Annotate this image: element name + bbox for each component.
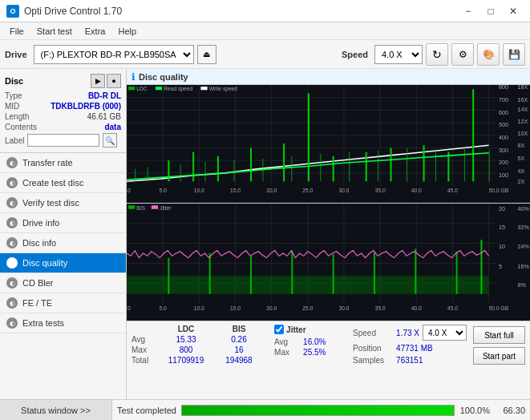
svg-rect-110 xyxy=(415,248,416,293)
svg-text:15: 15 xyxy=(499,223,505,230)
disc-contents-label: Contents xyxy=(5,123,37,131)
svg-text:40.0: 40.0 xyxy=(411,188,422,193)
svg-rect-77 xyxy=(200,87,207,90)
sidebar-item-fe-te[interactable]: ◐ FE / TE xyxy=(0,293,126,313)
sidebar: Disc ▶ ● Type BD-R DL MID TDKBLDRFB (000… xyxy=(0,69,127,399)
svg-text:15.0: 15.0 xyxy=(230,188,241,193)
svg-text:45.0: 45.0 xyxy=(447,305,458,310)
disc-btn1[interactable]: ▶ xyxy=(91,74,105,88)
stats-total-bis: 194968 xyxy=(215,356,263,365)
svg-text:20: 20 xyxy=(499,204,505,212)
speed-dropdown[interactable]: 4.0 X xyxy=(423,325,467,341)
sidebar-nav: ◐ Transfer rate ◐ Create test disc ◐ Ver… xyxy=(0,153,126,399)
menu-file[interactable]: File xyxy=(3,25,30,38)
drive-select[interactable]: (F:) PLEXTOR BD-R PX-LB950SA 1.06 xyxy=(34,45,194,64)
jitter-checkbox[interactable] xyxy=(274,325,284,334)
svg-text:10: 10 xyxy=(499,243,505,250)
app-icon: O xyxy=(6,5,19,18)
svg-rect-60 xyxy=(464,147,465,181)
eject-button[interactable]: ⏏ xyxy=(197,45,216,64)
svg-text:35.0: 35.0 xyxy=(375,305,386,310)
disc-mid-label: MID xyxy=(5,102,19,111)
statusbar: Status window >> Test completed 100.0% 6… xyxy=(0,399,530,420)
sidebar-label-drive-info: Drive info xyxy=(22,218,59,228)
drive-label: Drive xyxy=(5,50,27,59)
menu-start-test[interactable]: Start test xyxy=(30,25,79,38)
progress-fill xyxy=(182,406,454,415)
start-buttons: Start full Start part xyxy=(473,325,525,396)
sidebar-item-create-test-disc[interactable]: ◐ Create test disc xyxy=(0,173,126,193)
stats-total-ldc: 11709919 xyxy=(157,356,215,365)
svg-rect-45 xyxy=(423,145,425,181)
svg-rect-109 xyxy=(374,252,375,293)
sidebar-item-transfer-rate[interactable]: ◐ Transfer rate xyxy=(0,153,126,173)
titlebar: O Opti Drive Control 1.70 − □ ✕ xyxy=(0,0,530,22)
svg-text:500: 500 xyxy=(499,121,508,128)
svg-text:4X: 4X xyxy=(518,168,525,175)
disc-contents-value: data xyxy=(104,123,121,131)
svg-text:5.0: 5.0 xyxy=(160,305,167,310)
maximize-button[interactable]: □ xyxy=(480,3,501,19)
sidebar-item-verify-test-disc[interactable]: ◐ Verify test disc xyxy=(0,193,126,213)
svg-rect-56 xyxy=(349,152,350,182)
sidebar-item-disc-info[interactable]: ◐ Disc info xyxy=(0,233,126,253)
save-button[interactable]: 💾 xyxy=(503,43,525,66)
chart1-svg: 800 700 600 500 400 300 200 100 18X 16X … xyxy=(127,85,530,203)
svg-text:12X: 12X xyxy=(518,118,528,125)
sidebar-label-fe-te: FE / TE xyxy=(22,298,52,308)
sidebar-item-drive-info[interactable]: ◐ Drive info xyxy=(0,213,126,233)
sidebar-item-extra-tests[interactable]: ◐ Extra tests xyxy=(0,313,126,333)
stats-bis-header: BIS xyxy=(215,325,263,333)
stats-max-row: Max 800 16 xyxy=(131,345,268,354)
menu-extra[interactable]: Extra xyxy=(79,25,112,38)
svg-rect-44 xyxy=(390,147,391,181)
stats-headers: LDC BIS xyxy=(131,325,268,333)
status-window-button[interactable]: Status window >> xyxy=(0,400,112,421)
sidebar-label-transfer-rate: Transfer rate xyxy=(22,158,73,168)
svg-text:25.0: 25.0 xyxy=(302,305,313,310)
right-value: 66.30 xyxy=(495,406,525,415)
start-full-button[interactable]: Start full xyxy=(473,326,525,344)
sidebar-item-disc-quality[interactable]: ◐ Disc quality xyxy=(0,253,126,273)
minimize-button[interactable]: − xyxy=(458,3,479,19)
samples-value: 763151 xyxy=(396,356,423,365)
svg-text:45.0: 45.0 xyxy=(447,188,458,193)
svg-text:600: 600 xyxy=(499,109,508,116)
verify-test-icon: ◐ xyxy=(6,197,18,208)
progress-container: Test completed 100.0% 66.30 xyxy=(112,400,530,420)
window-controls: − □ ✕ xyxy=(458,3,524,19)
settings-button[interactable]: ⚙ xyxy=(451,43,474,66)
menu-help[interactable]: Help xyxy=(111,25,143,38)
svg-rect-108 xyxy=(333,254,334,294)
disc-length-value: 46.61 GB xyxy=(87,112,121,121)
svg-rect-46 xyxy=(447,152,449,182)
svg-text:8X: 8X xyxy=(518,142,525,149)
disc-info-icon: ◐ xyxy=(6,237,18,248)
fe-te-icon: ◐ xyxy=(6,297,18,309)
start-part-button[interactable]: Start part xyxy=(473,347,525,365)
samples-key: Samples xyxy=(353,356,393,365)
svg-rect-43 xyxy=(366,152,367,182)
svg-rect-36 xyxy=(168,160,169,181)
theme-button[interactable]: 🎨 xyxy=(477,43,500,66)
disc-type-value: BD-R DL xyxy=(88,91,121,100)
svg-rect-59 xyxy=(435,151,436,182)
refresh-button[interactable]: ↻ xyxy=(426,43,448,66)
speed-select[interactable]: 4.0 X xyxy=(374,45,423,64)
disc-length-label: Length xyxy=(5,112,30,121)
chart-bis: 20 15 10 5 40% 32% 24% 16% 8% xyxy=(127,204,530,321)
disc-panel: Disc ▶ ● Type BD-R DL MID TDKBLDRFB (000… xyxy=(0,69,126,153)
svg-rect-73 xyxy=(128,87,135,90)
svg-rect-61 xyxy=(489,151,490,182)
close-button[interactable]: ✕ xyxy=(503,3,524,19)
svg-text:800: 800 xyxy=(499,85,508,91)
svg-rect-41 xyxy=(308,93,310,181)
extra-tests-icon: ◐ xyxy=(6,317,18,329)
svg-text:0.0: 0.0 xyxy=(127,305,131,310)
disc-controls: ▶ ● xyxy=(91,74,121,88)
disc-btn2[interactable]: ● xyxy=(107,74,121,88)
disc-mid-row: MID TDKBLDRFB (000) xyxy=(5,102,121,111)
disc-label-btn[interactable]: 🔍 xyxy=(103,133,117,147)
disc-label-input[interactable] xyxy=(27,134,99,147)
sidebar-item-cd-bler[interactable]: ◐ CD Bler xyxy=(0,273,126,293)
